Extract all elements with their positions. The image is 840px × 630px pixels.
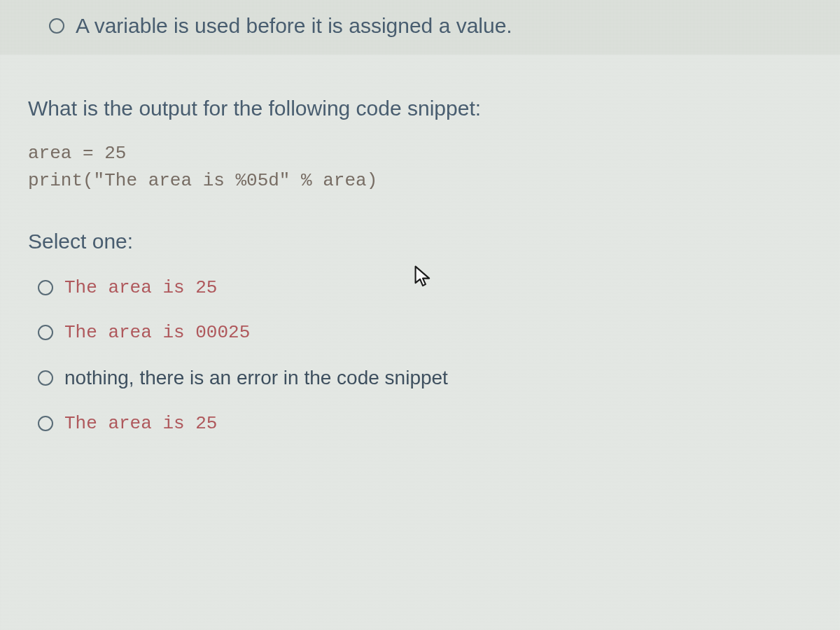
radio-icon[interactable]: [38, 370, 53, 386]
radio-icon[interactable]: [49, 18, 64, 34]
option-3[interactable]: nothing, there is an error in the code s…: [38, 367, 812, 389]
question-prompt: What is the output for the following cod…: [28, 97, 812, 120]
radio-icon[interactable]: [38, 325, 53, 340]
previous-option-label: A variable is used before it is assigned…: [76, 14, 512, 38]
select-one-label: Select one:: [28, 230, 812, 253]
cursor-icon: [413, 265, 433, 288]
option-label: The area is 25: [64, 413, 217, 434]
option-label: nothing, there is an error in the code s…: [64, 367, 448, 389]
option-label: The area is 25: [64, 277, 217, 298]
code-snippet: area = 25 print("The area is %05d" % are…: [28, 140, 812, 195]
radio-icon[interactable]: [38, 416, 53, 431]
previous-question-option[interactable]: A variable is used before it is assigned…: [0, 0, 840, 55]
code-line-1: area = 25: [28, 140, 812, 167]
radio-icon[interactable]: [38, 280, 53, 295]
quiz-container: A variable is used before it is assigned…: [0, 0, 840, 486]
option-label: The area is 00025: [64, 322, 250, 343]
options-list: The area is 25 The area is 00025 nothing…: [28, 277, 812, 434]
code-line-2: print("The area is %05d" % area): [28, 167, 812, 195]
option-4[interactable]: The area is 25: [38, 413, 812, 434]
option-2[interactable]: The area is 00025: [38, 322, 812, 343]
